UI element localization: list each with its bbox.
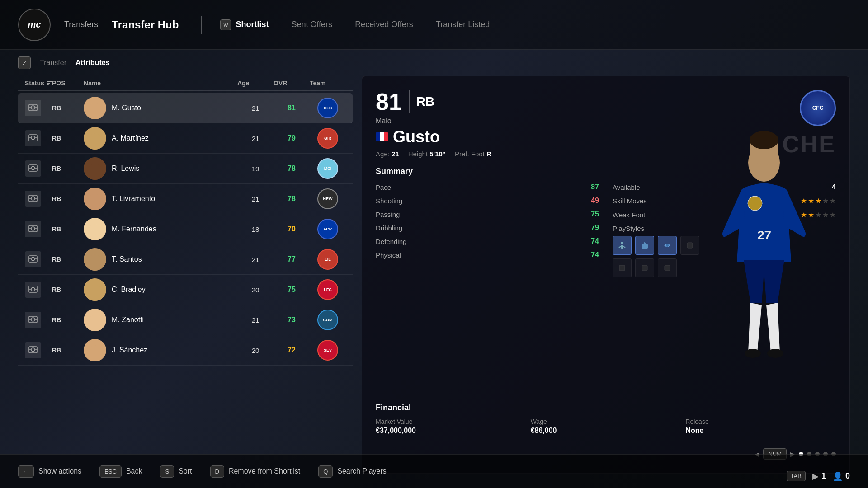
- nav-sent-offers[interactable]: Sent Offers: [291, 20, 332, 29]
- team-col: NEW: [310, 188, 346, 209]
- svg-rect-54: [642, 265, 647, 271]
- tab-badge: TAB: [787, 471, 806, 481]
- search-players-label: Search Players: [337, 467, 387, 475]
- player-avatar: [84, 248, 106, 271]
- svg-point-41: [31, 348, 35, 352]
- remove-shortlist-label: Remove from Shortlist: [229, 467, 300, 475]
- bottom-bar: ← Show actions ESC Back S Sort D Remove …: [0, 454, 868, 488]
- player-name: T. Livramento: [112, 195, 155, 203]
- scout-icon: [25, 221, 41, 237]
- player-pos: RB: [52, 165, 84, 172]
- svg-point-11: [31, 166, 35, 170]
- subnav-transfer[interactable]: Transfer: [40, 59, 66, 67]
- col-status: Status: [25, 80, 52, 87]
- nav-shortlist[interactable]: Shortlist: [236, 20, 269, 29]
- shooting-value: 49: [581, 197, 599, 205]
- count-2: 0: [845, 471, 850, 481]
- player-row[interactable]: RB C. Bradley 20 75 LFC: [18, 275, 353, 305]
- col-team: Team: [310, 80, 346, 87]
- playstyles-label: PlayStyles: [613, 225, 836, 232]
- action-remove-shortlist[interactable]: D Remove from Shortlist: [210, 465, 301, 478]
- filter-icon[interactable]: [47, 81, 52, 85]
- playstyles-row: [613, 236, 836, 255]
- player-avatar: [84, 339, 106, 361]
- player-pos: RB: [52, 256, 84, 263]
- svg-point-45: [621, 242, 623, 244]
- player-row[interactable]: RB T. Livramento 21 78 NEW: [18, 184, 353, 214]
- team-badge: MCI: [317, 158, 338, 179]
- player-row[interactable]: RB J. Sánchez 20 72 SEV: [18, 335, 353, 366]
- key-d: D: [210, 465, 224, 478]
- detail-divider: [409, 90, 410, 113]
- action-back[interactable]: ESC Back: [99, 465, 142, 478]
- player-pos: RB: [52, 195, 84, 202]
- player-ovr: 79: [274, 134, 310, 142]
- key-z-badge: Z: [18, 56, 31, 69]
- player-row[interactable]: RB T. Santos 21 77 LIL: [18, 244, 353, 275]
- transfers-button[interactable]: Transfers: [64, 20, 98, 29]
- player-age: 21: [237, 256, 274, 263]
- indicator-group-2: 👤 0: [833, 471, 850, 481]
- available-value: 4: [818, 183, 836, 191]
- nav-transfer-listed[interactable]: Transfer Listed: [436, 20, 490, 29]
- col-age: Age: [237, 80, 274, 87]
- release-label: Release: [685, 418, 836, 425]
- wage-row: Wage €86,000: [531, 418, 681, 435]
- player-info: M. Gusto: [84, 97, 237, 119]
- player-ovr: 77: [274, 255, 310, 263]
- sub-nav: Z Transfer Attributes: [0, 50, 868, 76]
- financial-section: Financial Market Value €37,000,000 Wage …: [376, 396, 836, 435]
- bottom-right: TAB ▶ 1 👤 0: [787, 471, 850, 481]
- action-show-actions[interactable]: ← Show actions: [18, 465, 81, 478]
- scout-icon: [25, 312, 41, 328]
- transfer-hub-title: Transfer Hub: [112, 19, 179, 31]
- action-sort[interactable]: S Sort: [160, 465, 192, 478]
- svg-point-6: [31, 136, 35, 140]
- player-info: T. Santos: [84, 248, 237, 271]
- physical-value: 74: [581, 251, 599, 259]
- players-scroll[interactable]: RB M. Gusto 21 81 CFC RB: [18, 93, 353, 474]
- team-badge: FCR: [317, 219, 338, 239]
- dribbling-value: 79: [581, 224, 599, 232]
- back-label: Back: [126, 467, 142, 475]
- player-age: 21: [237, 195, 274, 203]
- player-ovr: 75: [274, 286, 310, 294]
- player-name: M. Zanotti: [112, 316, 144, 324]
- playstyle-7: [658, 258, 677, 277]
- nav-received-offers[interactable]: Received Offers: [355, 20, 413, 29]
- subnav-attributes[interactable]: Attributes: [75, 59, 110, 67]
- summary-title: Summary: [376, 167, 836, 176]
- market-value: €37,000,000: [376, 427, 526, 435]
- player-row[interactable]: RB A. Martínez 21 79 GIR: [18, 123, 353, 154]
- svg-point-36: [31, 318, 35, 321]
- svg-point-26: [31, 257, 35, 261]
- header-divider: [201, 16, 202, 34]
- scout-icon: [25, 100, 41, 116]
- platform-keys: W: [220, 19, 231, 30]
- player-row[interactable]: RB R. Lewis 19 78 MCI: [18, 154, 353, 184]
- list-header: Status POS Name Age OVR Team: [18, 76, 353, 91]
- player-row[interactable]: RB M. Zanotti 21 73 COM: [18, 305, 353, 335]
- playstyle-1: [613, 236, 632, 255]
- action-search-players[interactable]: Q Search Players: [318, 465, 387, 478]
- playstyle-5: [613, 258, 632, 277]
- stats-section: Summary Pace 87 Shooting 49 Passin: [376, 167, 836, 387]
- player-name: T. Santos: [112, 255, 142, 263]
- wage: €86,000: [531, 427, 681, 435]
- logo-text: mc: [28, 19, 41, 30]
- player-pos: RB: [52, 104, 84, 112]
- player-row[interactable]: RB M. Fernandes 18 70 FCR: [18, 214, 353, 244]
- svg-point-31: [31, 287, 35, 291]
- svg-rect-49: [642, 244, 648, 249]
- playstyle-2: [635, 236, 654, 255]
- svg-line-47: [619, 246, 621, 248]
- player-row[interactable]: RB M. Gusto 21 81 CFC: [18, 93, 353, 123]
- team-col: GIR: [310, 128, 346, 149]
- app-logo[interactable]: mc: [18, 9, 51, 41]
- passing-value: 75: [581, 210, 599, 218]
- team-badge: COM: [317, 310, 338, 330]
- playstyle-3: [658, 236, 677, 255]
- team-badge: NEW: [317, 188, 338, 209]
- player-ovr: 72: [274, 346, 310, 354]
- club-abbr: CHE: [782, 131, 836, 158]
